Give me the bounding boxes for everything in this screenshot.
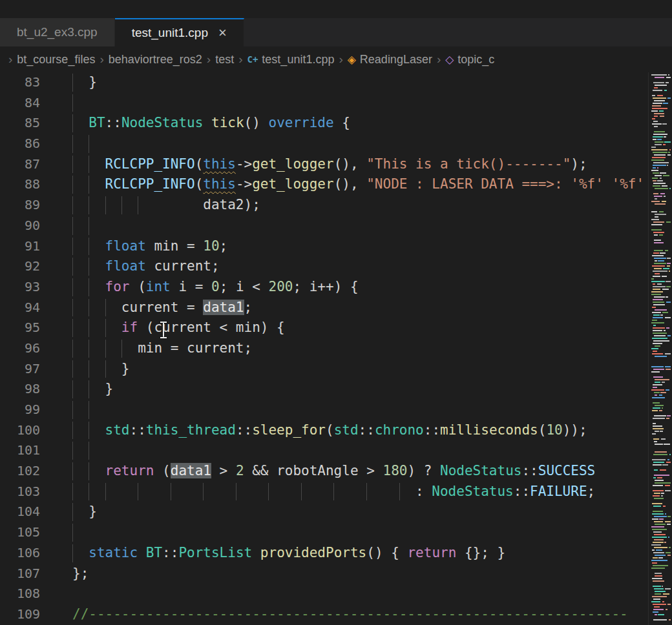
close-icon[interactable]: × xyxy=(218,26,227,40)
minimap-row xyxy=(651,606,671,608)
indent-guide xyxy=(89,217,89,235)
minimap-row xyxy=(651,472,671,473)
code-line-93[interactable]: 93 for (int i = 0; i < 200; i++) { xyxy=(0,277,672,298)
line-number[interactable]: 89 xyxy=(0,195,40,216)
code-text: RCLCPP_INFO(this->get_logger(), "This is… xyxy=(40,154,587,175)
code-line-104[interactable]: 104 } xyxy=(0,502,672,522)
minimap-row xyxy=(651,149,671,150)
line-number[interactable]: 109 xyxy=(0,604,40,625)
code-text xyxy=(40,134,72,154)
code-line-96[interactable]: 96 min = current; xyxy=(0,338,672,359)
indent-guide xyxy=(72,483,73,501)
code-line-102[interactable]: 102 return (data1 > 2 && robotAngle > 18… xyxy=(0,461,672,482)
code-line-86[interactable]: 86 xyxy=(0,134,672,154)
line-number[interactable]: 87 xyxy=(0,154,40,175)
minimap-row xyxy=(651,537,671,538)
indent-guide xyxy=(72,299,73,317)
code-text: //--------------------------------------… xyxy=(40,604,628,625)
line-number[interactable]: 94 xyxy=(0,298,40,318)
tab-test_unit1[interactable]: test_unit1.cpp × xyxy=(115,18,244,46)
minimap-row xyxy=(651,397,671,398)
code-line-94[interactable]: 94 current = data1; xyxy=(0,298,672,318)
minimap-row xyxy=(651,539,671,540)
indent-guide xyxy=(72,380,73,398)
chevron-right-icon: › xyxy=(207,52,211,67)
minimap-row xyxy=(651,196,671,197)
line-number[interactable]: 90 xyxy=(0,216,40,236)
code-line-101[interactable]: 101 xyxy=(0,440,672,461)
line-number[interactable]: 108 xyxy=(0,584,40,604)
tab-bt_u2_ex3[interactable]: bt_u2_ex3.cpp xyxy=(0,18,115,46)
minimap-row xyxy=(651,304,671,305)
code-line-90[interactable]: 90 xyxy=(0,216,672,236)
line-number[interactable]: 102 xyxy=(0,461,40,482)
code-text: float min = 10; xyxy=(40,236,227,257)
line-number[interactable]: 105 xyxy=(0,522,40,543)
line-number[interactable]: 100 xyxy=(0,420,40,441)
line-number[interactable]: 95 xyxy=(0,318,40,338)
line-number[interactable]: 96 xyxy=(0,338,40,359)
breadcrumb-item-bt_course_files[interactable]: bt_course_files xyxy=(17,53,95,67)
line-number[interactable]: 86 xyxy=(0,134,40,154)
breadcrumb-item-test_unit1.cpp[interactable]: C+test_unit1.cpp xyxy=(247,53,335,67)
line-number[interactable]: 91 xyxy=(0,236,40,257)
code-line-89[interactable]: 89 data2); xyxy=(0,195,672,216)
minimap-row xyxy=(651,221,671,223)
code-line-106[interactable]: 106 static BT::PortsList providedPorts()… xyxy=(0,543,672,564)
code-line-109[interactable]: 109//-----------------------------------… xyxy=(0,604,672,625)
breadcrumb-label: bt_course_files xyxy=(17,53,95,67)
code-line-103[interactable]: 103 : NodeStatus::FAILURE; xyxy=(0,482,672,502)
code-line-85[interactable]: 85 BT::NodeStatus tick() override { xyxy=(0,113,672,134)
line-number[interactable]: 101 xyxy=(0,440,40,461)
code-line-84[interactable]: 84 xyxy=(0,93,672,114)
breadcrumb-item-ReadingLaser[interactable]: ◈ReadingLaser xyxy=(348,53,432,67)
code-line-91[interactable]: 91 float min = 10; xyxy=(0,236,672,257)
minimap-row xyxy=(651,560,671,561)
code-line-83[interactable]: 83 } xyxy=(0,72,672,93)
minimap-row xyxy=(651,586,671,587)
title-bar xyxy=(0,0,672,18)
line-number[interactable]: 93 xyxy=(0,277,40,298)
line-number[interactable]: 107 xyxy=(0,564,40,584)
line-number[interactable]: 103 xyxy=(0,482,40,502)
code-line-99[interactable]: 99 xyxy=(0,400,672,420)
indent-guide xyxy=(72,238,73,256)
line-number[interactable]: 85 xyxy=(0,113,40,134)
line-number[interactable]: 84 xyxy=(0,93,40,114)
indent-guide xyxy=(72,422,73,440)
line-number[interactable]: 83 xyxy=(0,72,40,93)
indent-guide xyxy=(171,483,171,501)
minimap-row xyxy=(651,162,671,163)
line-number[interactable]: 98 xyxy=(0,379,40,400)
indent-guide xyxy=(89,422,89,440)
line-number[interactable]: 88 xyxy=(0,174,40,195)
code-line-95[interactable]: 95 if (current < min) { xyxy=(0,318,672,338)
minimap-row xyxy=(651,464,671,466)
line-number[interactable]: 104 xyxy=(0,502,40,522)
code-line-97[interactable]: 97 } xyxy=(0,359,672,380)
breadcrumb-item-test[interactable]: test xyxy=(215,53,234,67)
code-line-88[interactable]: 88 RCLCPP_INFO(this->get_logger(), "NODE… xyxy=(0,174,672,195)
code-line-87[interactable]: 87 RCLCPP_INFO(this->get_logger(), "This… xyxy=(0,154,672,175)
code-line-107[interactable]: 107}; xyxy=(0,564,672,584)
minimap-row xyxy=(651,333,671,334)
code-line-92[interactable]: 92 float current; xyxy=(0,256,672,277)
minimap-row xyxy=(651,444,671,445)
line-number[interactable]: 97 xyxy=(0,359,40,380)
indent-guide xyxy=(72,196,73,214)
code-line-100[interactable]: 100 std::this_thread::sleep_for(std::chr… xyxy=(0,420,672,441)
code-line-108[interactable]: 108 xyxy=(0,584,672,604)
breadcrumb-item-topic_c[interactable]: ◇topic_c xyxy=(445,53,494,67)
minimap-row xyxy=(651,309,671,311)
line-number[interactable]: 92 xyxy=(0,256,40,277)
code-line-98[interactable]: 98 } xyxy=(0,379,672,400)
indent-guide xyxy=(89,401,89,419)
minimap-row xyxy=(651,286,671,287)
editor[interactable]: 83 }8485 BT::NodeStatus tick() override … xyxy=(0,72,672,625)
breadcrumb-item-behaviortree_ros2[interactable]: behaviortree_ros2 xyxy=(109,53,202,67)
code-text: } xyxy=(40,379,113,400)
line-number[interactable]: 99 xyxy=(0,400,40,420)
line-number[interactable]: 106 xyxy=(0,543,40,564)
code-line-105[interactable]: 105 xyxy=(0,522,672,543)
minimap[interactable] xyxy=(648,72,672,625)
